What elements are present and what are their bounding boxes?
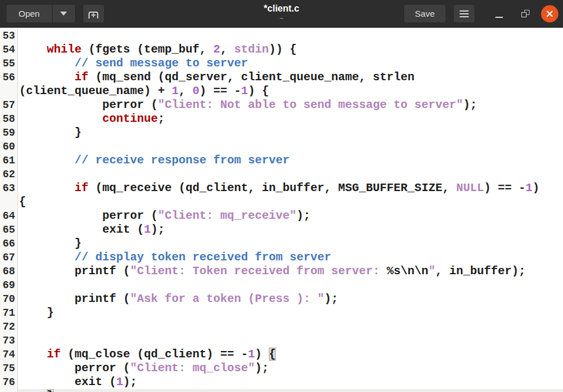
line-number: 63 bbox=[0, 181, 18, 195]
open-dropdown-button[interactable] bbox=[52, 4, 76, 23]
code-line: exit (1); bbox=[18, 375, 137, 389]
chevron-down-icon bbox=[60, 12, 67, 16]
code-line bbox=[18, 278, 19, 292]
comment: // display token received from server bbox=[75, 251, 331, 264]
code-text: ) { bbox=[248, 84, 269, 98]
editor-row: 71 } bbox=[0, 306, 563, 320]
code-text: } bbox=[19, 306, 54, 319]
code-line: // send message to server bbox=[18, 57, 248, 70]
line-number: 54 bbox=[0, 43, 18, 57]
line-number: 53 bbox=[0, 29, 18, 43]
save-button[interactable]: Save bbox=[403, 4, 446, 23]
number: 1 bbox=[172, 84, 179, 98]
code-text: ); bbox=[324, 292, 338, 305]
number: 1 bbox=[248, 348, 255, 361]
keyword: if bbox=[47, 348, 61, 361]
editor-row: 59 } bbox=[0, 126, 563, 140]
editor-row: (client_queue_name) + 1, 0) == -1) { bbox=[0, 84, 563, 98]
code-text: ); bbox=[463, 98, 477, 111]
line-number: 60 bbox=[0, 140, 18, 154]
comment: // send message to server bbox=[75, 57, 248, 70]
string: "Client: mq_receive" bbox=[158, 209, 297, 222]
code-line bbox=[18, 140, 19, 154]
title-block: *client.c ~ bbox=[264, 3, 299, 23]
header-left-group: Open + bbox=[0, 4, 105, 23]
code-line: if (mq_close (qd_client) == -1) { bbox=[18, 348, 276, 361]
line-number: 59 bbox=[0, 126, 18, 140]
close-button[interactable] bbox=[541, 5, 558, 23]
line-number: 65 bbox=[0, 223, 18, 237]
code-text bbox=[19, 389, 47, 392]
code-editor[interactable]: 5354 while (fgets (temp_buf, 2, stdin)) … bbox=[0, 28, 563, 392]
line-number: 61 bbox=[0, 154, 18, 167]
code-text: , bbox=[179, 84, 192, 98]
number: 0 bbox=[192, 84, 199, 98]
code-text: ) == - bbox=[199, 84, 241, 98]
code-text: perror ( bbox=[19, 209, 158, 222]
code-text: ) bbox=[532, 181, 539, 195]
menu-button[interactable] bbox=[453, 4, 475, 23]
code-text: (client_queue_name) + bbox=[19, 84, 172, 98]
code-line: exit (1); bbox=[18, 223, 165, 237]
line-number: 56 bbox=[0, 70, 18, 84]
code-line: perror ("Client: Not able to send messag… bbox=[18, 98, 477, 112]
code-text: printf ( bbox=[19, 292, 130, 305]
editor-row: 55 // send message to server bbox=[0, 57, 563, 70]
code-text: (fgets (temp_buf, bbox=[82, 43, 213, 56]
line-number: 74 bbox=[0, 348, 18, 361]
code-text: ); bbox=[151, 223, 165, 236]
number: 2 bbox=[213, 43, 220, 56]
line-number: 76 bbox=[0, 375, 18, 389]
editor-row: 57 perror ("Client: Not able to send mes… bbox=[0, 98, 563, 112]
line-number: 55 bbox=[0, 57, 18, 70]
hamburger-icon bbox=[460, 10, 469, 17]
editor-row: 61 // receive response from server bbox=[0, 154, 563, 167]
code-line: perror ("Client: mq_close"); bbox=[18, 361, 269, 375]
restore-icon bbox=[521, 10, 529, 17]
line-number: 58 bbox=[0, 112, 18, 126]
code-text bbox=[19, 57, 75, 70]
new-tab-button[interactable]: + bbox=[83, 4, 105, 23]
editor-row: 54 while (fgets (temp_buf, 2, stdin)) { bbox=[0, 43, 563, 57]
number: 1 bbox=[116, 375, 123, 389]
comment: // receive response from server bbox=[75, 154, 290, 167]
editor-row: 70 printf ("Ask for a token (Press ): ")… bbox=[0, 292, 563, 306]
matched-bracket: { bbox=[269, 348, 276, 361]
line-number: 72 bbox=[0, 320, 18, 334]
code-line bbox=[18, 29, 19, 43]
keyword: if bbox=[75, 181, 88, 195]
line-number: 73 bbox=[0, 334, 18, 348]
code-text: ); bbox=[297, 209, 310, 222]
line-number: 68 bbox=[0, 264, 18, 278]
header-right-group: Save bbox=[403, 3, 563, 24]
code-text: , in_buffer); bbox=[435, 264, 525, 278]
line-number: 62 bbox=[0, 167, 18, 181]
open-button[interactable]: Open bbox=[6, 4, 52, 23]
editor-row: 75 perror ("Client: mq_close"); bbox=[0, 361, 563, 375]
format-specifier: %s\n\n bbox=[387, 264, 428, 278]
editor-row: 76 exit (1); bbox=[0, 375, 563, 389]
code-text: perror ( bbox=[19, 98, 158, 111]
number: 1 bbox=[144, 223, 151, 236]
code-text: ); bbox=[123, 375, 137, 389]
matched-bracket: } bbox=[47, 389, 54, 392]
editor-row: 66 } bbox=[0, 237, 563, 251]
minimize-button[interactable] bbox=[490, 3, 508, 24]
string: "Client: mq_close" bbox=[130, 361, 255, 375]
editor-row: 65 exit (1); bbox=[0, 223, 563, 237]
string: "Client: Token received from server: bbox=[130, 264, 387, 278]
code-line: // receive response from server bbox=[18, 154, 290, 167]
restore-button[interactable] bbox=[517, 3, 534, 24]
code-line: printf ("Ask for a token (Press ): "); bbox=[18, 292, 338, 306]
code-text: ) bbox=[255, 348, 269, 361]
editor-row: 68 printf ("Client: Token received from … bbox=[0, 264, 563, 278]
close-icon bbox=[546, 10, 554, 18]
gedit-window: Open + *client.c ~ Save bbox=[0, 0, 563, 392]
constant: stdin bbox=[234, 43, 269, 56]
window-subtitle: ~ bbox=[264, 14, 299, 23]
header-bar: Open + *client.c ~ Save bbox=[0, 0, 563, 28]
line-number bbox=[0, 389, 18, 392]
string: "Client: Not able to send message to ser… bbox=[158, 98, 463, 111]
editor-row: 73 bbox=[0, 334, 563, 348]
code-line: } bbox=[18, 389, 54, 392]
